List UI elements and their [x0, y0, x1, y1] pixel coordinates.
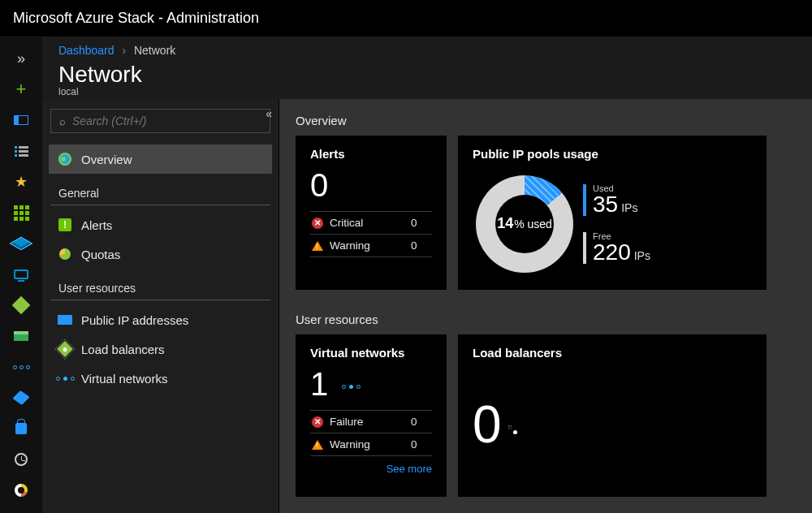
search-input[interactable]: [72, 114, 261, 127]
vnet-icon: [57, 370, 73, 386]
storage-icon[interactable]: [11, 234, 31, 253]
ip-pool-free: Free 220IPs: [583, 232, 745, 264]
menu-overview[interactable]: Overview: [49, 144, 272, 174]
menu-load-balancers-label: Load balancers: [81, 343, 165, 356]
menu-quotas-label: Quotas: [81, 248, 120, 261]
dashboard-icon[interactable]: [11, 110, 31, 130]
activity-log-icon[interactable]: [11, 450, 31, 469]
menu-virtual-networks[interactable]: Virtual networks: [49, 364, 272, 393]
search-icon: ⌕: [59, 115, 66, 127]
menu-public-ip-label: Public IP addresses: [81, 313, 188, 327]
section-user-resources-title: User resources: [296, 313, 796, 326]
section-overview-title: Overview: [296, 114, 796, 127]
marketplace-icon[interactable]: [11, 419, 31, 438]
tile-ip-pools-title: Public IP pools usage: [473, 147, 752, 161]
connections-icon[interactable]: [11, 357, 31, 377]
alerts-critical-value: 0: [411, 217, 430, 229]
vnet-warning-row: Warning 0: [310, 433, 432, 456]
tile-alerts-title: Alerts: [310, 147, 432, 161]
globe-icon: [57, 151, 73, 167]
menu-group-user-resources: User resources: [50, 269, 270, 300]
alerts-warning-value: 0: [411, 239, 430, 252]
billing-icon[interactable]: [11, 326, 31, 346]
breadcrumb-separator-icon: ›: [122, 44, 126, 57]
page-title: Network: [58, 62, 796, 88]
tile-load-balancers[interactable]: Load balancers 0: [458, 334, 767, 497]
vnet-count: 1: [310, 368, 432, 400]
lb-count: 0: [473, 399, 502, 450]
ip-pool-donut-chart: 14% used: [476, 175, 573, 273]
list-icon[interactable]: [11, 141, 31, 161]
tile-alerts[interactable]: Alerts 0 ✕ Critical 0 Warning 0: [296, 136, 447, 290]
main-panel: Overview Alerts 0 ✕ Critical 0: [279, 99, 812, 513]
alerts-critical-row: ✕ Critical 0: [310, 212, 432, 235]
monitor-icon[interactable]: [11, 481, 31, 500]
menu-public-ip[interactable]: Public IP addresses: [49, 305, 272, 334]
page-subtitle: local: [58, 86, 796, 97]
tile-lb-title: Load balancers: [473, 346, 752, 360]
menu-overview-label: Overview: [81, 153, 132, 166]
menu-quotas[interactable]: Quotas: [49, 239, 272, 269]
menu-load-balancers[interactable]: Load balancers: [49, 334, 272, 364]
public-ip-icon: [57, 312, 73, 328]
critical-icon: ✕: [312, 218, 323, 229]
warning-icon: [312, 440, 323, 450]
tile-ip-pools[interactable]: Public IP pools usage 14% used: [458, 136, 767, 290]
menu-alerts-label: Alerts: [81, 218, 112, 232]
ip-pool-used: Used 35IPs: [583, 184, 745, 216]
expand-rail-icon[interactable]: »: [11, 49, 31, 68]
tile-virtual-networks[interactable]: Virtual networks 1 ✕ Failure 0: [296, 334, 447, 497]
warning-icon: [312, 241, 323, 251]
alert-icon: !: [57, 217, 73, 233]
resource-menu: « ⌕ Overview General ! Alerts Quotas: [42, 99, 279, 513]
vnet-see-more-link[interactable]: See more: [310, 463, 432, 475]
breadcrumb: Dashboard › Network: [42, 37, 812, 58]
nav-rail: » + ★: [0, 37, 42, 513]
breadcrumb-root[interactable]: Dashboard: [58, 44, 114, 57]
load-balancer-icon: [57, 341, 73, 357]
menu-alerts[interactable]: ! Alerts: [49, 210, 272, 239]
quota-icon: [57, 246, 73, 262]
alerts-total: 0: [310, 169, 432, 201]
breadcrumb-current: Network: [134, 44, 175, 57]
tile-vnet-title: Virtual networks: [310, 346, 432, 360]
collapse-menu-icon[interactable]: «: [266, 107, 272, 120]
create-icon[interactable]: +: [11, 80, 31, 99]
alerts-critical-label: Critical: [330, 217, 404, 229]
ip-pool-percent: 14% used: [476, 175, 573, 273]
menu-vnets-label: Virtual networks: [81, 372, 167, 386]
network-icon[interactable]: [11, 295, 31, 315]
favorites-icon[interactable]: ★: [11, 172, 31, 192]
compute-icon[interactable]: [11, 265, 31, 284]
vnet-inline-icon: [342, 385, 361, 389]
all-services-icon[interactable]: [11, 203, 31, 222]
failure-icon: ✕: [312, 416, 323, 428]
tags-icon[interactable]: [11, 388, 31, 407]
window-title: Microsoft Azure Stack - Administration: [0, 0, 812, 37]
alerts-warning-row: Warning 0: [310, 235, 432, 257]
vnet-failure-row: ✕ Failure 0: [310, 411, 432, 433]
menu-search[interactable]: ⌕: [50, 109, 270, 133]
alerts-warning-label: Warning: [330, 239, 404, 252]
menu-group-general: General: [50, 174, 270, 205]
